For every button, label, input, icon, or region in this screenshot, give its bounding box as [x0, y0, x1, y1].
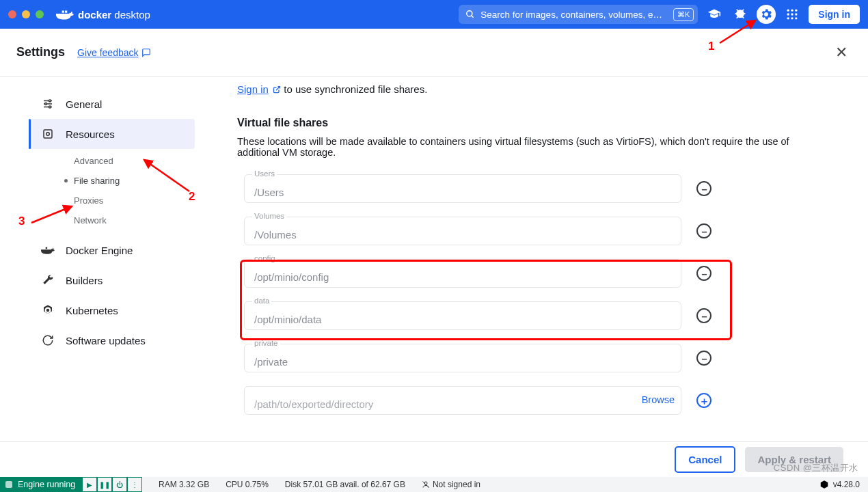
svg-point-0 [467, 11, 472, 16]
brand-bold: docker [78, 9, 111, 20]
sync-prompt: Sign in to use synchronized file shares. [237, 83, 841, 95]
sidebar-item-kubernetes[interactable]: Kubernetes [29, 295, 195, 325]
svg-point-7 [787, 17, 789, 19]
window-controls[interactable] [8, 10, 44, 18]
sidebar-item-builders[interactable]: Builders [29, 265, 195, 295]
svg-point-14 [46, 133, 50, 136]
add-share-input[interactable] [244, 386, 681, 415]
share-label: private [252, 339, 280, 347]
settings-content: Sign in to use synchronized file shares.… [202, 77, 868, 441]
sidebar-item-resources[interactable]: Resources [29, 119, 195, 149]
status-disk: Disk 57.01 GB avail. of 62.67 GB [285, 480, 405, 489]
maximize-window-dot[interactable] [36, 10, 44, 18]
brand-light: desktop [111, 9, 150, 20]
engine-controls[interactable]: ▶ ❚❚ ⏻ ⋮ [82, 477, 142, 492]
search-input[interactable]: Search for images, containers, volumes, … [459, 5, 698, 24]
status-signed-in: Not signed in [422, 480, 480, 489]
status-bar: Engine running ▶ ❚❚ ⏻ ⋮ RAM 3.32 GB CPU … [0, 477, 868, 492]
sidebar-label: General [66, 98, 102, 110]
share-label: Users [252, 169, 277, 178]
sidebar-item-software-updates[interactable]: Software updates [29, 325, 195, 355]
subnav-advanced[interactable]: Advanced [74, 153, 195, 169]
sidebar-item-general[interactable]: General [29, 89, 195, 119]
add-share-button[interactable]: ＋ [696, 393, 711, 408]
settings-gear-icon[interactable] [757, 5, 776, 24]
status-cpu: CPU 0.75% [226, 480, 269, 489]
close-settings-button[interactable]: ✕ [835, 44, 847, 62]
pause-button[interactable]: ❚❚ [97, 477, 112, 492]
sidebar-label: Kubernetes [66, 305, 118, 316]
sidebar-item-docker-engine[interactable]: Docker Engine [29, 235, 195, 265]
database-icon [41, 127, 55, 141]
search-placeholder: Search for images, containers, volumes, … [480, 10, 668, 20]
share-path-input[interactable] [244, 259, 681, 288]
titlebar: docker desktop Search for images, contai… [0, 0, 868, 29]
sidebar-label: Resources [66, 128, 115, 140]
svg-rect-13 [44, 130, 52, 138]
share-row-private: private － [244, 344, 834, 372]
svg-point-6 [795, 13, 797, 15]
feedback-icon [141, 48, 151, 57]
docker-logo-icon [56, 7, 74, 22]
svg-point-11 [45, 103, 47, 105]
settings-sidebar: General Resources Advanced File sharing … [0, 77, 202, 441]
status-ram: RAM 3.32 GB [159, 480, 209, 489]
remove-share-button[interactable]: － [696, 308, 711, 323]
remove-share-button[interactable]: － [696, 223, 711, 238]
svg-point-5 [791, 13, 794, 15]
remove-share-button[interactable]: － [696, 351, 711, 366]
sidebar-label: Software updates [66, 335, 146, 346]
remove-share-button[interactable]: － [696, 181, 711, 196]
share-path-input[interactable] [244, 174, 681, 203]
play-button[interactable]: ▶ [82, 477, 97, 492]
bug-icon[interactable] [731, 5, 750, 24]
section-title: Virtual file shares [237, 117, 841, 129]
signin-link[interactable]: Sign in [237, 83, 269, 95]
subnav-network[interactable]: Network [74, 213, 195, 228]
status-version: v4.28.0 [819, 480, 860, 489]
svg-point-1 [787, 10, 789, 12]
minimize-window-dot[interactable] [22, 10, 30, 18]
sidebar-label: Docker Engine [66, 245, 133, 256]
update-badge-icon [819, 480, 829, 489]
svg-point-9 [795, 17, 797, 19]
brand: docker desktop [56, 7, 150, 22]
share-path-input[interactable] [244, 217, 681, 245]
wrench-icon [41, 273, 55, 287]
cancel-button[interactable]: Cancel [675, 446, 735, 473]
watermark: CSDN @三杯温开水 [774, 462, 858, 474]
close-window-dot[interactable] [8, 10, 16, 18]
give-feedback-link[interactable]: Give feedback [77, 47, 151, 58]
svg-point-4 [787, 13, 789, 15]
share-row-config: config － [244, 259, 834, 288]
browse-button[interactable]: Browse [642, 394, 675, 405]
svg-point-3 [795, 10, 797, 12]
search-shortcut: ⌘K [673, 8, 694, 21]
subnav-proxies[interactable]: Proxies [74, 193, 195, 208]
share-label: Volumes [252, 212, 286, 220]
share-label: data [252, 297, 271, 305]
helm-icon [41, 303, 55, 317]
external-link-icon [273, 85, 281, 94]
apps-grid-icon[interactable] [783, 5, 802, 24]
learn-icon[interactable] [705, 5, 724, 24]
signin-button[interactable]: Sign in [809, 5, 860, 24]
update-icon [41, 333, 55, 347]
engine-status[interactable]: Engine running [0, 477, 82, 492]
svg-point-8 [791, 17, 794, 19]
share-row-data: data － [244, 301, 834, 330]
section-description: These locations will be made available t… [237, 136, 798, 158]
share-path-input[interactable] [244, 301, 681, 330]
page-header: Settings Give feedback ✕ [0, 29, 868, 77]
action-bar: Cancel Apply & restart [0, 441, 868, 477]
share-row-users: Users － [244, 174, 834, 203]
svg-point-12 [49, 106, 51, 108]
svg-point-2 [791, 10, 794, 12]
subnav-file-sharing[interactable]: File sharing [74, 173, 195, 189]
share-row-volumes: Volumes － [244, 217, 834, 245]
resources-subnav: Advanced File sharing Proxies Network [74, 149, 195, 235]
remove-share-button[interactable]: － [696, 266, 711, 281]
more-button[interactable]: ⋮ [127, 477, 142, 492]
power-button[interactable]: ⏻ [112, 477, 127, 492]
share-path-input[interactable] [244, 344, 681, 372]
